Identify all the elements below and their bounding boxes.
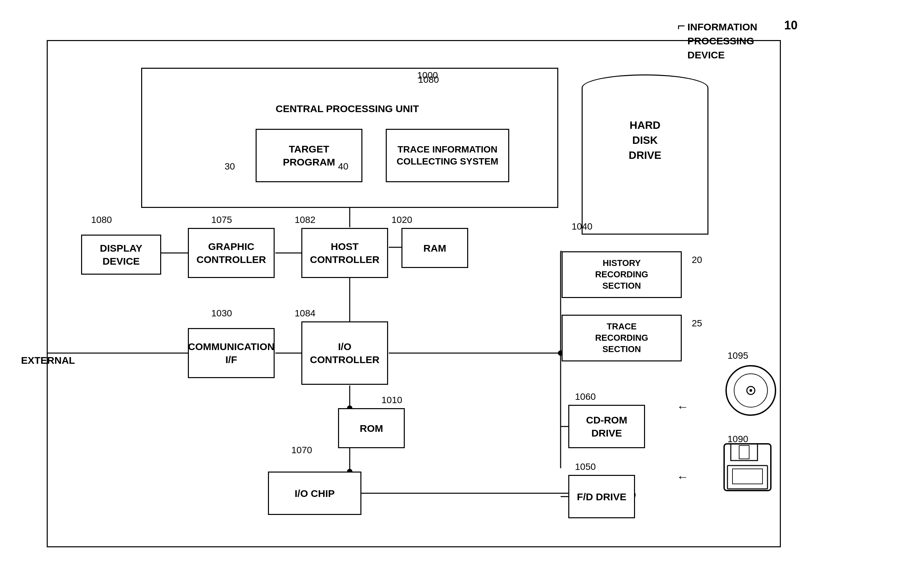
host-controller-box: HOST CONTROLLER	[301, 228, 388, 278]
history-recording-box: HISTORY RECORDING SECTION	[561, 251, 682, 298]
svg-rect-27	[731, 444, 757, 460]
rom-label: ROM	[360, 422, 383, 435]
ram-label: RAM	[423, 242, 446, 255]
cd-disc-icon	[724, 364, 777, 417]
cpu-label: CENTRAL PROCESSING UNIT	[276, 102, 419, 115]
io-controller-label: I/O CONTROLLER	[310, 340, 379, 366]
display-device-label: DISPLAY DEVICE	[100, 242, 142, 268]
label-1060: 1060	[575, 392, 595, 402]
hdd-label: HARD DISK DRIVE	[588, 118, 702, 162]
target-program-box: TARGET PROGRAM	[256, 129, 363, 182]
graphic-controller-label: GRAPHIC CONTROLLER	[197, 240, 266, 266]
io-chip-box: I/O CHIP	[268, 472, 361, 515]
cd-arrow: ←	[677, 400, 689, 414]
main-box: CENTRAL PROCESSING UNIT TARGET PROGRAM T…	[47, 40, 781, 547]
trace-info-label: TRACE INFORMATION COLLECTING SYSTEM	[397, 144, 498, 168]
floppy-arrow: ←	[677, 470, 689, 484]
communication-if-box: COMMUNICATION I/F	[188, 328, 275, 378]
bracket-left: ⌐	[677, 19, 685, 33]
label-1050: 1050	[575, 461, 595, 472]
external-label: EXTERNAL	[21, 355, 75, 366]
display-device-box: DISPLAY DEVICE	[81, 235, 161, 275]
cd-rom-drive-box: CD-ROM DRIVE	[568, 405, 645, 448]
graphic-controller-box: GRAPHIC CONTROLLER	[188, 228, 275, 278]
label-1030: 1030	[211, 308, 232, 319]
io-controller-box: I/O CONTROLLER	[301, 321, 388, 385]
label-1020: 1020	[392, 215, 412, 225]
communication-if-label: COMMUNICATION I/F	[188, 340, 274, 366]
label-1084: 1084	[295, 308, 315, 319]
label-1075: 1075	[211, 215, 232, 225]
label-1090: 1090	[727, 434, 748, 444]
label-40: 40	[338, 161, 349, 172]
label-1080: 1080	[91, 215, 112, 225]
history-label: HISTORY RECORDING SECTION	[595, 258, 648, 291]
svg-rect-28	[739, 446, 749, 459]
label-1082: 1082	[295, 215, 315, 225]
label-20: 20	[692, 255, 702, 265]
svg-rect-30	[733, 469, 762, 484]
ram-box: RAM	[401, 228, 468, 268]
fd-drive-label: F/D DRIVE	[577, 490, 626, 503]
label-outer-10: 10	[784, 19, 798, 32]
svg-point-25	[750, 389, 752, 392]
cd-rom-label: CD-ROM DRIVE	[586, 414, 627, 440]
fd-drive-box: F/D DRIVE	[568, 475, 635, 518]
diagram-container: CENTRAL PROCESSING UNIT TARGET PROGRAM T…	[20, 13, 904, 557]
label-25: 25	[692, 318, 702, 329]
trace-recording-label: TRACE RECORDING SECTION	[595, 321, 648, 355]
label-1010: 1010	[381, 395, 402, 406]
trace-info-box: TRACE INFORMATION COLLECTING SYSTEM	[386, 129, 509, 182]
target-program-label: TARGET PROGRAM	[283, 142, 335, 168]
label-1070: 1070	[291, 445, 312, 455]
label-1095: 1095	[727, 350, 748, 361]
label-30: 30	[225, 161, 235, 172]
cpu-box: CENTRAL PROCESSING UNIT TARGET PROGRAM T…	[141, 68, 558, 208]
trace-recording-box: TRACE RECORDING SECTION	[561, 315, 682, 361]
host-controller-label: HOST CONTROLLER	[310, 240, 379, 266]
io-chip-label: I/O CHIP	[295, 487, 335, 500]
label-cpu-1000: 1000	[417, 70, 438, 81]
floppy-disk-icon	[721, 440, 774, 494]
label-1040: 1040	[572, 221, 592, 232]
info-processing-device-label: INFORMATION PROCESSING DEVICE	[687, 20, 757, 62]
rom-box: ROM	[338, 408, 405, 448]
